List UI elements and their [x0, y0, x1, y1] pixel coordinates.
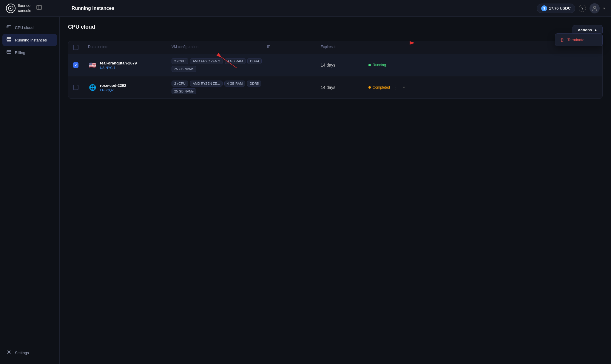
svg-point-5 — [593, 6, 596, 9]
svg-rect-9 — [7, 39, 11, 40]
help-button[interactable]: ? — [579, 5, 586, 12]
table-row: ✓ 🇺🇸 teal-orangutan-2679 US-NYC-1 2 vCPU… — [68, 54, 602, 76]
billing-icon — [6, 50, 12, 55]
sidebar-item-cpu-cloud[interactable]: CPU cloud — [2, 21, 57, 33]
terminate-label: Terminate — [567, 38, 584, 42]
svg-rect-3 — [37, 5, 41, 10]
row2-menu-button[interactable]: ⋮ — [392, 84, 399, 92]
balance-icon: $ — [541, 5, 547, 11]
row1-dc-name: teal-orangutan-2679 — [100, 61, 137, 65]
col-select — [73, 45, 88, 50]
actions-label: Actions — [578, 28, 592, 32]
cpu-cloud-icon — [6, 24, 12, 30]
tag-cpu-model2: AMD RYZEN ZE... — [190, 81, 223, 87]
row2-actions: ⋮ ▾ — [392, 84, 406, 92]
row2-dc-name: rose-cod-2292 — [100, 83, 126, 88]
row2-expand-button[interactable]: ▾ — [402, 84, 406, 91]
row1-dc-info: teal-orangutan-2679 US-NYC-1 — [100, 61, 137, 70]
tag-vcpu2: 2 vCPU — [172, 81, 188, 87]
sidebar-bottom: Settings — [2, 347, 57, 359]
sidebar-item-running-instances-label: Running instances — [15, 38, 47, 42]
svg-rect-10 — [7, 41, 11, 41]
row2-expires: 14 days — [321, 85, 368, 90]
tag-cpu-model: AMD EPYC ZEN 2 — [190, 58, 223, 64]
col-status — [368, 45, 416, 50]
row1-status-dot — [368, 64, 371, 66]
row2-dc-info: rose-cod-2292 LT-SQQ-1 — [100, 83, 126, 92]
terminate-menu-item[interactable]: 🗑 Terminate — [555, 34, 602, 46]
sidebar-item-settings-label: Settings — [15, 351, 29, 355]
row2-status: Completed ⋮ ▾ — [368, 84, 416, 92]
row2-dc-region: LT-SQQ-1 — [100, 88, 126, 92]
col-vm-config: VM configuration — [172, 45, 267, 50]
row1-expires: 14 days — [321, 63, 368, 67]
settings-icon — [6, 350, 12, 356]
sidebar-item-settings[interactable]: Settings — [2, 347, 57, 359]
running-instances-icon — [6, 37, 12, 43]
user-avatar[interactable] — [590, 3, 600, 13]
logo: fluenceconsole — [6, 3, 66, 13]
row1-select[interactable]: ✓ — [73, 62, 88, 68]
row1-vm-config: 2 vCPU AMD EPYC ZEN 2 4 GB RAM DDR4 25 G… — [172, 58, 267, 72]
row2-vm-config: 2 vCPU AMD RYZEN ZE... 4 GB RAM DDR5 25 … — [172, 81, 267, 94]
sidebar-item-billing[interactable]: Billing — [2, 47, 57, 58]
main-layout: CPU cloud Running instances Billing — [0, 17, 611, 364]
col-expires: Expires in — [321, 45, 368, 50]
actions-dropdown-menu: 🗑 Terminate — [555, 33, 603, 46]
tag-storage: 25 GB NVMe — [172, 66, 196, 72]
row1-datacenter: 🇺🇸 teal-orangutan-2679 US-NYC-1 — [88, 61, 172, 70]
actions-chevron-icon: ▲ — [594, 28, 598, 32]
row1-checkbox[interactable]: ✓ — [73, 62, 78, 68]
row2-status-label: Completed — [373, 85, 390, 90]
sidebar-item-cpu-cloud-label: CPU cloud — [15, 25, 33, 30]
page-title: Running instances — [66, 6, 537, 11]
col-ip: IP — [267, 45, 321, 50]
table-header: Data centers VM configuration IP Expires… — [68, 41, 602, 54]
main-content: CPU cloud Actions ▲ — [60, 17, 611, 364]
row2-status-dot — [368, 86, 371, 89]
balance-amount: 17.76 USDC — [549, 6, 571, 10]
sidebar-item-billing-label: Billing — [15, 50, 25, 55]
balance-pill[interactable]: $ 17.76 USDC — [537, 4, 575, 13]
tag-ddr: DDR4 — [247, 58, 262, 64]
sidebar: CPU cloud Running instances Billing — [0, 17, 60, 364]
user-dropdown-arrow[interactable]: ▾ — [603, 6, 605, 10]
tag-vcpu: 2 vCPU — [172, 58, 188, 64]
tag-ddr2: DDR5 — [247, 81, 261, 87]
topnav: fluenceconsole Running instances $ 17.76… — [0, 0, 611, 17]
col-data-centers: Data centers — [88, 45, 172, 50]
instances-table: Data centers VM configuration IP Expires… — [68, 41, 603, 99]
sidebar-item-running-instances[interactable]: Running instances — [2, 34, 57, 46]
svg-point-13 — [8, 351, 10, 353]
sidebar-toggle-icon[interactable] — [36, 4, 42, 12]
svg-rect-8 — [7, 38, 11, 38]
row2-select[interactable] — [73, 85, 88, 90]
logo-icon — [6, 4, 16, 13]
tag-storage2: 25 GB NVMe — [172, 88, 196, 94]
svg-point-1 — [10, 8, 11, 9]
tag-ram: 4 GB RAM — [225, 58, 246, 64]
select-all-checkbox[interactable] — [73, 45, 78, 50]
row2-status-badge: Completed — [368, 85, 390, 90]
row2-datacenter: 🌐 rose-cod-2292 LT-SQQ-1 — [88, 83, 172, 92]
svg-rect-7 — [7, 26, 8, 27]
row1-dc-region: US-NYC-1 — [100, 66, 137, 70]
row1-flag: 🇺🇸 — [88, 61, 97, 70]
tag-ram2: 4 GB RAM — [224, 81, 246, 87]
row2-flag: 🌐 — [88, 83, 97, 92]
row1-status-badge: Running — [368, 63, 416, 67]
section-header: CPU cloud Actions ▲ — [68, 24, 603, 36]
row2-checkbox[interactable] — [73, 85, 78, 90]
topnav-right: $ 17.76 USDC ? ▾ — [537, 3, 605, 13]
row1-status: Running — [368, 63, 416, 67]
table-row: 🌐 rose-cod-2292 LT-SQQ-1 2 vCPU AMD RYZE… — [68, 76, 602, 98]
section-title: CPU cloud — [68, 24, 95, 30]
svg-rect-11 — [7, 50, 11, 53]
row1-status-label: Running — [373, 63, 386, 67]
logo-text: fluenceconsole — [18, 3, 31, 13]
terminate-icon: 🗑 — [560, 37, 564, 42]
